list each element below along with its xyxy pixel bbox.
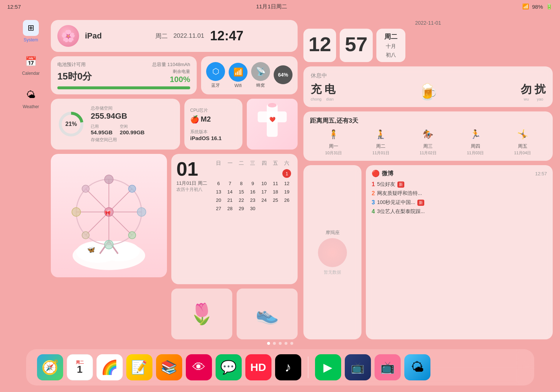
fig-fri: 🤸 <box>517 129 528 139</box>
dot-2[interactable] <box>273 342 276 345</box>
weibo-text-3: 100秒见证中国... <box>377 199 415 206</box>
cal-day-cell[interactable]: 19 <box>281 188 293 196</box>
cpu-model-text: M2 <box>201 115 211 123</box>
dock-notes[interactable]: 📝 <box>126 354 152 380</box>
dot-4[interactable] <box>285 342 287 345</box>
cal-day-cell[interactable]: 25 <box>270 196 281 204</box>
cal-day-cell[interactable]: 27 <box>213 204 224 213</box>
dock-safari[interactable]: 🧭 <box>37 354 63 380</box>
cal-day-cell[interactable]: 30 <box>247 204 258 213</box>
clock-minutes: 57 <box>340 29 372 62</box>
svg-point-22 <box>82 185 89 192</box>
ferris-wheel-widget: 🦋 🎀 <box>51 154 167 277</box>
cal-day-cell <box>270 204 281 213</box>
battery-label-text: 电池预计可用 <box>57 61 86 68</box>
dock-books[interactable]: 📚 <box>156 354 182 380</box>
storage-total-label: 总存储空间 <box>91 105 174 111</box>
cal-day-cell[interactable]: 18 <box>270 188 281 196</box>
cal-day-cell[interactable]: 26 <box>281 196 293 204</box>
dot-3[interactable] <box>279 342 282 345</box>
week-day-1-date: 10月31日 <box>325 150 342 156</box>
sidebar-item-calendar[interactable]: 📅 Calendar <box>22 53 40 76</box>
scorpio-label: 摩羯座 <box>326 229 340 236</box>
cal-day-cell[interactable]: 16 <box>247 188 258 196</box>
svg-point-19 <box>137 208 146 216</box>
date-display: 2022.11.01 <box>173 32 204 40</box>
cal-header: 六 <box>281 159 293 168</box>
cal-day-cell[interactable]: 6 <box>213 179 224 188</box>
dock-wechat[interactable]: 💬 <box>216 354 242 380</box>
dock-weibo[interactable]: 👁 <box>186 354 212 380</box>
storage-usage-label: 存储空间已用 <box>91 137 174 143</box>
week-day-2-date: 11月01日 <box>372 150 389 156</box>
dock-photos[interactable]: 🌈 <box>97 354 123 380</box>
calendar-date-str: 11月01日 周二 <box>176 180 207 187</box>
battery-remaining-label: 剩余电量 <box>173 69 190 75</box>
fig-mon: 🧍 <box>328 129 339 139</box>
sidebar-item-weather[interactable]: 🌤 Weather <box>23 87 39 109</box>
dock-tiktok[interactable]: ♪ <box>275 354 301 380</box>
weibo-badge-3: 新 <box>417 200 424 206</box>
weibo-card: 🔴 微博 12:57 1 5位好友 新 2 网友质疑呼和浩特... 3 100秒… <box>366 165 553 339</box>
cal-day-cell[interactable]: 29 <box>236 204 247 213</box>
dock-xiaohongshu[interactable]: HD <box>245 354 271 380</box>
wifi-conn-icon: 📶 <box>229 63 248 82</box>
svg-point-20 <box>105 240 113 249</box>
used-label: 已用 <box>91 124 113 129</box>
dot-1[interactable] <box>267 342 270 345</box>
dock-tv[interactable]: 📺 <box>345 354 371 380</box>
dock-iqiyi[interactable]: ▶ <box>315 354 341 380</box>
cal-day-cell[interactable]: 8 <box>236 179 247 188</box>
clock-weekday: 周二 <box>384 32 397 41</box>
dock-bilibili[interactable]: 📺 <box>375 354 401 380</box>
clock-section: 2022-11-01 12 57 周二 十月 初八 <box>303 20 553 62</box>
cal-day-cell[interactable]: 15 <box>236 188 247 196</box>
cal-day-cell[interactable]: 11 <box>270 179 281 188</box>
dock-weather[interactable]: 🌤 <box>404 354 430 380</box>
weibo-item-3: 3 100秒见证中国... 新 <box>372 199 547 206</box>
svg-text:❤️: ❤️ <box>269 117 276 123</box>
page-dots <box>267 342 293 345</box>
cal-day-cell <box>258 204 270 213</box>
cal-day-cell[interactable]: 28 <box>224 204 236 213</box>
cellular-toggle[interactable]: 📡 蜂窝 <box>251 62 270 89</box>
cal-day-cell[interactable]: 22 <box>236 196 247 204</box>
cal-day-cell[interactable]: 21 <box>224 196 236 204</box>
bluetooth-toggle[interactable]: ⬡ 蓝牙 <box>206 62 225 89</box>
cal-day-cell[interactable]: 14 <box>224 188 236 196</box>
battery-time-display: 15时0分 <box>57 70 92 83</box>
cal-day-cell[interactable]: 24 <box>258 196 270 204</box>
cal-day-cell[interactable]: 12 <box>281 179 293 188</box>
week-day-3-name: 周三 <box>423 143 433 150</box>
weibo-time: 12:57 <box>535 171 547 176</box>
cal-day-cell[interactable]: 7 <box>224 179 236 188</box>
cal-day-cell[interactable]: 23 <box>247 196 258 204</box>
sidebar-label-weather: Weather <box>23 104 39 109</box>
svg-point-23 <box>128 185 136 192</box>
status-bar: 12:57 11月1日周二 📶 98% 🔋 <box>0 0 560 13</box>
cal-day-cell[interactable]: 13 <box>213 188 224 196</box>
week-countdown-title: 距离周五,还有3天 <box>310 117 546 125</box>
shoe-widget: 👟 <box>237 289 298 339</box>
cpu-card: CPU芯片 🍎 M2 系统版本 iPadOS 16.1 <box>184 99 242 150</box>
cal-day-cell[interactable]: 9 <box>247 179 258 188</box>
cal-day-cell[interactable]: 17 <box>258 188 270 196</box>
free-label: 空闲 <box>120 124 144 129</box>
cal-day-cell <box>224 168 236 179</box>
cal-day-cell[interactable]: 10 <box>258 179 270 188</box>
cal-day-cell <box>281 204 293 213</box>
week-days-row: 周一 10月31日 周二 11月01日 周三 11月02日 周四 11月03日 … <box>310 143 546 156</box>
dock-calendar[interactable]: 周二 1 <box>67 354 93 380</box>
weibo-text-4: 3位艺人在梨泰院踩... <box>377 208 425 215</box>
sidebar-item-system[interactable]: ⊞ System <box>23 20 39 42</box>
weather-sidebar-icon: 🌤 <box>23 87 39 103</box>
svg-point-21 <box>72 208 81 216</box>
dot-5[interactable] <box>290 342 293 345</box>
cal-day-cell[interactable]: 20 <box>213 196 224 204</box>
cellular-icon: 📡 <box>251 62 270 81</box>
battery-icon: 🔋 <box>546 3 553 10</box>
weibo-num-4: 4 <box>372 208 375 215</box>
wifi-toggle[interactable]: 📶 Wifi <box>229 63 248 88</box>
cal-day-cell[interactable]: 1 <box>281 168 293 179</box>
cal-header: 二 <box>236 159 247 168</box>
